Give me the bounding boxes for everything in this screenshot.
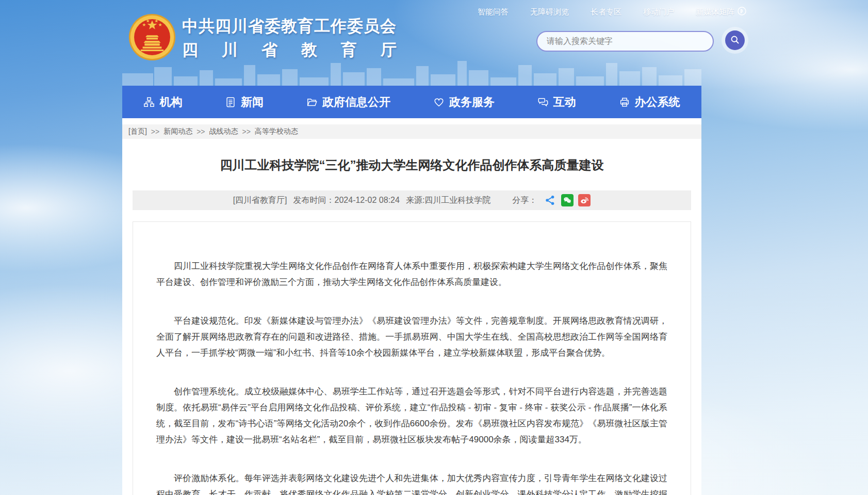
content-panel: [首页] >> 新闻动态 >> 战线动态 >> 高等学校动态 四川工业科技学院“… (122, 118, 701, 495)
nav-label: 机构 (159, 94, 182, 110)
article-paragraph: 四川工业科技学院重视大学生网络文化作品创作在网络育人体系中重要作用，积极探索构建… (156, 258, 667, 290)
folder-open-icon (306, 97, 318, 108)
topbar-link-smart-qa[interactable]: 智能问答 (478, 7, 509, 17)
nav-label: 办公系统 (635, 94, 680, 110)
nav-item-services[interactable]: 政务服务 (433, 94, 495, 110)
article-paragraph: 平台建设规范化。印发《新媒体建设与管理办法》《易班建设管理办法》等文件，完善规章… (156, 313, 667, 361)
chat-icon (537, 97, 549, 108)
news-icon (225, 97, 236, 108)
site-title-line2: 四川省教育厅 (182, 39, 397, 61)
panel-gap (122, 118, 701, 124)
breadcrumb-frontline[interactable]: 战线动态 (209, 127, 238, 136)
article-meta-bar: [四川省教育厅] 发布时间：2024-12-02 08:24 来源:四川工业科技… (133, 190, 691, 210)
site-title: 中共四川省委教育工作委员会 四川省教育厅 (182, 15, 397, 61)
share-buttons (544, 194, 591, 206)
breadcrumb: [首页] >> 新闻动态 >> 战线动态 >> 高等学校动态 (122, 124, 701, 139)
topbar-link-media-matrix[interactable]: 新媒体矩阵 (696, 6, 747, 18)
org-chart-icon (143, 97, 155, 108)
meta-publish-label: 发布时间： (293, 196, 335, 204)
heart-icon (433, 97, 445, 108)
nav-item-orgs[interactable]: 机构 (143, 94, 182, 110)
wechat-share-icon[interactable] (561, 194, 574, 206)
topbar-link-mobile-portal[interactable]: 移动门户 (643, 7, 674, 17)
site-brand[interactable]: 中共四川省委教育工作委员会 四川省教育厅 (128, 13, 397, 63)
nav-label: 政务服务 (449, 94, 495, 110)
article-title: 四川工业科技学院“三化”推动大学生网络文化作品创作体系高质量建设 (153, 157, 670, 173)
topbar-link-senior-zone[interactable]: 长者专区 (591, 7, 621, 17)
article-body: 四川工业科技学院重视大学生网络文化作品创作在网络育人体系中重要作用，积极探索构建… (133, 221, 691, 495)
article-paragraph: 评价激励体系化。每年评选并表彰网络文化建设先进个人和先进集体，加大优秀内容宣传力… (156, 470, 667, 495)
topbar-link-media-matrix-label: 新媒体矩阵 (696, 7, 734, 17)
meta-source-value: 四川工业科技学院 (424, 196, 490, 204)
search-icon (730, 35, 740, 46)
national-emblem-logo (128, 13, 176, 63)
breadcrumb-news[interactable]: 新闻动态 (163, 127, 192, 136)
breadcrumb-separator: >> (196, 127, 205, 136)
meta-publish-value: 2024-12-02 08:24 (335, 196, 400, 204)
weibo-share-icon[interactable] (578, 194, 591, 206)
page-container: 中共四川省委教育工作委员会 四川省教育厅 机构 新闻 (122, 0, 701, 495)
nav-item-office-system[interactable]: 办公系统 (619, 94, 680, 110)
meta-department: [四川省教育厅] (233, 195, 287, 206)
nav-item-gov-info[interactable]: 政府信息公开 (306, 94, 390, 110)
printer-icon (619, 97, 630, 108)
breadcrumb-separator: >> (242, 127, 251, 136)
topbar-link-accessibility[interactable]: 无障碍浏览 (530, 7, 569, 17)
site-title-line1: 中共四川省委教育工作委员会 (182, 15, 397, 37)
article-paragraph: 创作管理系统化。成立校级融媒体中心、易班学生工作站等，通过召开选题会等形式，针对… (156, 384, 667, 448)
main-navigation: 机构 新闻 政府信息公开 政务服务 互动 (122, 86, 701, 118)
search-input[interactable] (536, 31, 714, 52)
nav-label: 政府信息公开 (322, 94, 390, 110)
breadcrumb-home[interactable]: [首页] (128, 127, 147, 136)
nav-item-news[interactable]: 新闻 (225, 94, 264, 110)
search-button[interactable] (725, 30, 745, 50)
topbar: 智能问答 无障碍浏览 长者专区 移动门户 新媒体矩阵 (433, 5, 747, 19)
nav-label: 新闻 (241, 94, 264, 110)
nav-label: 互动 (553, 94, 576, 110)
nav-item-interaction[interactable]: 互动 (537, 94, 576, 110)
meta-source-label: 来源: (406, 196, 424, 204)
breadcrumb-higher-education[interactable]: 高等学校动态 (255, 127, 298, 136)
meta-publish-time: 发布时间：2024-12-02 08:24 (293, 195, 400, 206)
share-icon[interactable] (544, 194, 556, 206)
meta-source: 来源:四川工业科技学院 (406, 195, 490, 206)
media-matrix-icon (737, 6, 747, 18)
breadcrumb-separator: >> (151, 127, 159, 136)
share-label: 分享： (512, 195, 537, 206)
